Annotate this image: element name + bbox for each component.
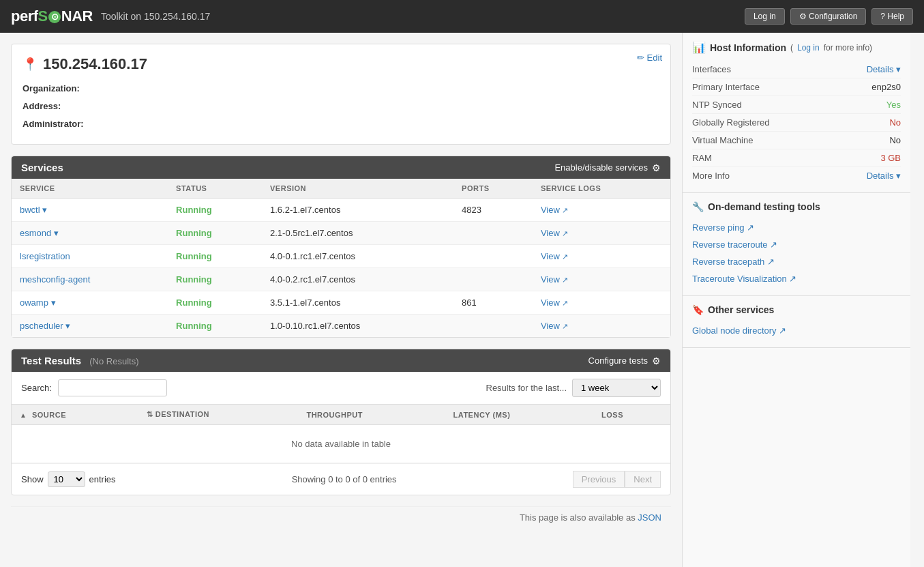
sidebar-other-link[interactable]: Global node directory ↗ bbox=[692, 322, 901, 339]
col-destination: ⇅ Destination bbox=[138, 405, 299, 425]
service-logs-cell: View ↗ bbox=[533, 291, 670, 315]
pagination-buttons: Previous Next bbox=[573, 471, 661, 488]
service-link[interactable]: lsregistration bbox=[20, 251, 70, 261]
sidebar-other-services-title: 🔖 Other services bbox=[692, 304, 901, 315]
external-link-icon: ↗ bbox=[562, 206, 568, 214]
status-badge: Running bbox=[176, 251, 212, 261]
sidebar-key: RAM bbox=[692, 153, 712, 163]
view-logs-link[interactable]: View ↗ bbox=[541, 228, 569, 238]
json-link[interactable]: JSON bbox=[638, 512, 661, 523]
header-actions: Log in ⚙ Configuration ? Help bbox=[745, 8, 913, 25]
search-row: Search: Results for the last... 1 week 1… bbox=[12, 372, 670, 404]
sidebar-other-links: Global node directory ↗ bbox=[692, 322, 901, 339]
entries-select[interactable]: 10 25 50 100 bbox=[48, 471, 85, 487]
services-gear-icon[interactable]: ⚙ bbox=[652, 162, 661, 173]
next-button[interactable]: Next bbox=[625, 471, 661, 488]
host-info-card: ✏ Edit 📍 150.254.160.17 Organization: Ad… bbox=[11, 44, 671, 145]
view-logs-link[interactable]: View ↗ bbox=[541, 205, 569, 215]
service-link[interactable]: bwctl ▾ bbox=[20, 205, 47, 215]
col-source[interactable]: ▲ Source bbox=[12, 405, 138, 425]
logo-green-s: S bbox=[38, 8, 48, 25]
sidebar-key: Primary Interface bbox=[692, 82, 760, 92]
service-name-cell: owamp ▾ bbox=[12, 291, 168, 315]
help-button[interactable]: ? Help bbox=[871, 8, 913, 25]
service-status-cell: Running bbox=[168, 315, 262, 338]
table-row: meshconfig-agent Running 4.0-0.2.rc1.el7… bbox=[12, 268, 670, 291]
view-logs-link[interactable]: View ↗ bbox=[541, 297, 569, 308]
sidebar-login-link[interactable]: Log in bbox=[797, 43, 820, 53]
test-results-panel: Test Results (No Results) Configure test… bbox=[11, 349, 671, 495]
table-row: esmond ▾ Running 2.1-0.5rc1.el7.centos V… bbox=[12, 222, 670, 245]
sidebar-value[interactable]: Details ▾ bbox=[867, 171, 901, 181]
sidebar-key: Globally Registered bbox=[692, 117, 769, 128]
service-name-cell: pscheduler ▾ bbox=[12, 315, 168, 338]
service-name-cell: bwctl ▾ bbox=[12, 199, 168, 222]
service-status-cell: Running bbox=[168, 245, 262, 268]
col-logs: Service Logs bbox=[533, 179, 670, 199]
status-badge: Running bbox=[176, 321, 212, 331]
login-button[interactable]: Log in bbox=[745, 8, 785, 25]
results-table-header: ▲ Source ⇅ Destination Throughput Latenc… bbox=[12, 405, 670, 425]
service-ports-cell bbox=[453, 268, 533, 291]
status-badge: Running bbox=[176, 297, 212, 308]
services-table-header: Service Status Version Ports Service Log… bbox=[12, 179, 670, 199]
sort-arrows-dest: ⇅ bbox=[147, 410, 155, 418]
view-logs-link[interactable]: View ↗ bbox=[541, 321, 569, 331]
chart-icon: 📊 bbox=[692, 41, 706, 54]
col-status: Status bbox=[168, 179, 262, 199]
results-table: ▲ Source ⇅ Destination Throughput Latenc… bbox=[12, 404, 670, 463]
sidebar-tool-link[interactable]: Reverse traceroute ↗ bbox=[692, 236, 901, 253]
service-link[interactable]: owamp ▾ bbox=[20, 297, 56, 308]
service-link[interactable]: meshconfig-agent bbox=[20, 274, 90, 285]
no-results-label: (No Results) bbox=[89, 356, 138, 366]
col-throughput: Throughput bbox=[298, 405, 445, 425]
service-logs-cell: View ↗ bbox=[533, 245, 670, 268]
service-version-cell: 2.1-0.5rc1.el7.centos bbox=[262, 222, 453, 245]
sidebar-value[interactable]: Details ▾ bbox=[867, 64, 901, 74]
external-link-icon: ↗ bbox=[562, 299, 568, 307]
status-badge: Running bbox=[176, 228, 212, 238]
table-row: lsregistration Running 4.0-0.1.rc1.el7.c… bbox=[12, 245, 670, 268]
service-logs-cell: View ↗ bbox=[533, 199, 670, 222]
service-status-cell: Running bbox=[168, 222, 262, 245]
test-results-gear-icon[interactable]: ⚙ bbox=[652, 355, 661, 366]
view-logs-link[interactable]: View ↗ bbox=[541, 274, 569, 285]
sidebar-host-info-title: 📊 Host Information ( Log in for more inf… bbox=[692, 41, 901, 54]
sidebar-value: No bbox=[889, 135, 901, 145]
enable-disable-label: Enable/disable services bbox=[554, 162, 648, 173]
view-logs-link[interactable]: View ↗ bbox=[541, 251, 569, 261]
test-results-header-right: Configure tests ⚙ bbox=[588, 355, 661, 366]
table-row: bwctl ▾ Running 1.6.2-1.el7.centos 4823 … bbox=[12, 199, 670, 222]
time-period-select[interactable]: 1 week 1 day 1 month 1 year bbox=[572, 379, 661, 397]
configuration-button[interactable]: ⚙ Configuration bbox=[790, 8, 867, 25]
search-input[interactable] bbox=[58, 379, 167, 396]
service-link[interactable]: pscheduler ▾ bbox=[20, 321, 70, 331]
table-row: owamp ▾ Running 3.5.1-1.el7.centos 861 V… bbox=[12, 291, 670, 315]
previous-button[interactable]: Previous bbox=[573, 471, 625, 488]
sidebar-tool-link[interactable]: Reverse ping ↗ bbox=[692, 219, 901, 236]
services-header-right: Enable/disable services ⚙ bbox=[554, 162, 661, 173]
service-version-cell: 4.0-0.1.rc1.el7.centos bbox=[262, 245, 453, 268]
sidebar-row: Globally Registered No bbox=[692, 114, 901, 132]
col-version: Version bbox=[262, 179, 453, 199]
sidebar-row: Virtual Machine No bbox=[692, 132, 901, 149]
sidebar-tool-link[interactable]: Reverse tracepath ↗ bbox=[692, 253, 901, 270]
service-name-cell: meshconfig-agent bbox=[12, 268, 168, 291]
service-logs-cell: View ↗ bbox=[533, 268, 670, 291]
test-results-header: Test Results (No Results) Configure test… bbox=[12, 349, 670, 372]
service-ports-cell bbox=[453, 315, 533, 338]
results-filter: Results for the last... 1 week 1 day 1 m… bbox=[486, 379, 661, 397]
sidebar-value: 3 GB bbox=[880, 153, 901, 163]
services-table-body: bwctl ▾ Running 1.6.2-1.el7.centos 4823 … bbox=[12, 199, 670, 338]
sidebar-tool-link[interactable]: Traceroute Visualization ↗ bbox=[692, 270, 901, 287]
service-link[interactable]: esmond ▾ bbox=[20, 228, 59, 238]
content-footer: This page is also available as JSON bbox=[11, 506, 671, 528]
service-version-cell: 3.5.1-1.el7.centos bbox=[262, 291, 453, 315]
sidebar-other-services: 🔖 Other services Global node directory ↗ bbox=[683, 296, 910, 348]
sidebar-row: Interfaces Details ▾ bbox=[692, 61, 901, 78]
edit-button[interactable]: ✏ Edit bbox=[637, 53, 662, 63]
for-more-info: for more info) bbox=[824, 43, 872, 53]
sidebar-key: More Info bbox=[692, 171, 730, 181]
logo: perfS⊙NAR bbox=[11, 8, 93, 25]
info-fields: Organization: Address: Administrator: bbox=[23, 80, 659, 133]
